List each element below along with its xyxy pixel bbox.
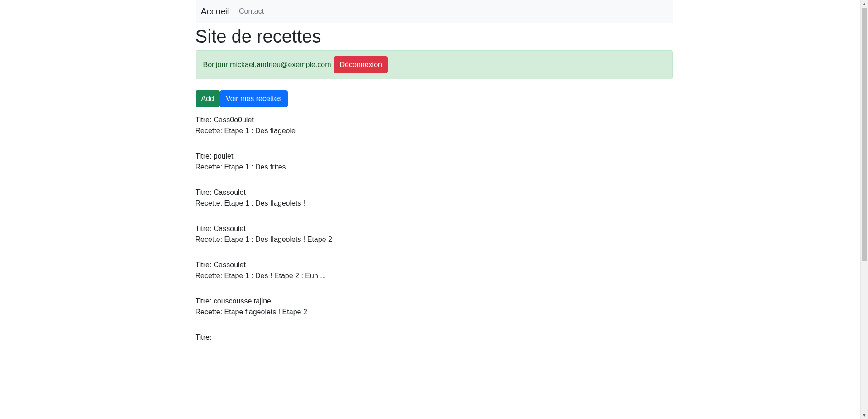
recipe-body-line: Recette: Etape flageolets ! Etape 2 (196, 307, 673, 318)
page-title: Site de recettes (196, 26, 673, 47)
recipes-list: Titre: Cass0o0uletRecette: Etape 1 : Des… (196, 115, 673, 343)
recipe-body-line: Recette: Etape 1 : Des flageole (196, 125, 673, 136)
navbar: Accueil Contact (196, 0, 673, 23)
recipe-item: Titre: pouletRecette: Etape 1 : Des frit… (196, 151, 673, 173)
recipe-title-line: Titre: couscousse tajine (196, 296, 673, 307)
recipe-item: Titre: Cass0o0uletRecette: Etape 1 : Des… (196, 115, 673, 136)
recipe-title-line: Titre: Cass0o0ulet (196, 115, 673, 125)
greeting-text: Bonjour mickael.andrieu@exemple.com (203, 61, 331, 69)
add-button[interactable]: Add (196, 90, 220, 107)
recipe-body-line: Recette: Etape 1 : Des ! Etape 2 : Euh .… (196, 270, 673, 281)
recipe-title-line: Titre: Cassoulet (196, 223, 673, 234)
scrollbar-thumb[interactable] (862, 8, 867, 261)
recipe-item: Titre: couscousse tajineRecette: Etape f… (196, 296, 673, 318)
scrollbar[interactable]: ▲ ▼ (860, 0, 868, 357)
view-my-recipes-button[interactable]: Voir mes recettes (220, 90, 288, 107)
recipe-body-line: Recette: Etape 1 : Des flageolets ! (196, 198, 673, 209)
recipe-title-line: Titre: Cassoulet (196, 260, 673, 270)
action-buttons: AddVoir mes recettes (196, 90, 673, 107)
nav-contact-link[interactable]: Contact (237, 4, 266, 19)
recipe-item: Titre: (196, 332, 673, 343)
login-alert: Bonjour mickael.andrieu@exemple.com Déco… (196, 50, 673, 79)
recipe-body-line: Recette: Etape 1 : Des frites (196, 162, 673, 173)
recipe-title-line: Titre: poulet (196, 151, 673, 162)
recipe-item: Titre: CassouletRecette: Etape 1 : Des f… (196, 223, 673, 245)
recipe-item: Titre: CassouletRecette: Etape 1 : Des f… (196, 187, 673, 209)
recipe-item: Titre: CassouletRecette: Etape 1 : Des !… (196, 260, 673, 281)
logout-button[interactable]: Déconnexion (334, 56, 388, 73)
recipe-body-line: Recette: Etape 1 : Des flageolets ! Etap… (196, 234, 673, 245)
recipe-title-line: Titre: Cassoulet (196, 187, 673, 198)
nav-home-link[interactable]: Accueil (201, 4, 230, 19)
recipe-title-line: Titre: (196, 332, 673, 343)
scroll-up-arrow[interactable]: ▲ (861, 0, 868, 8)
